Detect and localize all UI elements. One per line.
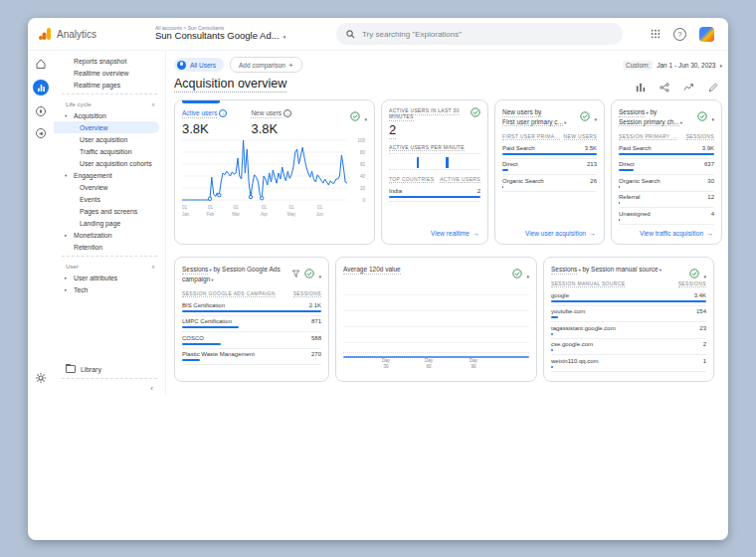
dimension-label: India [389, 188, 402, 194]
property-selector[interactable]: All accounts > Sun Consultants Sun Consu… [155, 26, 336, 43]
admin-gear-icon[interactable] [35, 370, 47, 388]
chevron-down-icon[interactable] [711, 107, 714, 125]
sidebar-item-events[interactable]: Events [54, 193, 159, 205]
chevron-down-icon[interactable] [208, 266, 211, 273]
axis-tick: Day60 [425, 358, 433, 370]
help-icon[interactable] [673, 28, 686, 41]
new-users-card: New users by First user primary c... FIR… [494, 99, 605, 245]
chevron-down-icon[interactable] [526, 265, 529, 282]
search-input[interactable]: Try searching "Explorations" [336, 23, 623, 45]
dimension-label: Direct [502, 161, 518, 167]
metric-value: 26 [590, 178, 597, 184]
chevron-collapsed-icon [65, 233, 67, 238]
table-row: weixin110.qq.com1 [551, 355, 706, 372]
avatar[interactable] [699, 27, 714, 42]
table-row-line: COSCO588 [182, 335, 321, 341]
sidebar-item-monetization[interactable]: Monetization [54, 229, 159, 241]
svg-text:Feb: Feb [207, 212, 215, 217]
tick-number: 90 [470, 364, 477, 370]
chevron-down-icon[interactable] [594, 107, 597, 125]
insights-icon[interactable] [683, 83, 694, 93]
sidebar-item-acquisition[interactable]: Acquisition [54, 109, 159, 121]
table-row-line: weixin110.qq.com1 [551, 358, 706, 364]
svg-text:Jun: Jun [316, 212, 324, 217]
realtime-card: ACTIVE USERS IN LAST 30 MINUTES 2 ACTIVE… [381, 99, 488, 245]
arrow-right-icon [589, 230, 596, 237]
sidebar-item-user-attributes[interactable]: User attributes [54, 272, 159, 283]
reports-icon[interactable] [33, 80, 49, 95]
chevron-down-icon[interactable] [645, 108, 648, 115]
svg-text:80: 80 [360, 149, 366, 154]
apps-grid-icon[interactable] [651, 29, 661, 39]
value-bar [182, 326, 239, 328]
dimension-label: weixin110.qq.com [551, 358, 599, 364]
view-realtime-link[interactable]: View realtime [431, 230, 479, 237]
table-row-line: Unassigned4 [619, 211, 714, 217]
sidebar-item-user-acquisition-cohorts[interactable]: User acquisition cohorts [54, 157, 159, 169]
filter-icon[interactable] [291, 270, 300, 278]
chevron-collapsed-icon [65, 287, 67, 292]
per-minute-bar [417, 157, 420, 168]
chevron-down-icon[interactable] [679, 118, 682, 125]
chevron-down-icon[interactable] [364, 107, 367, 125]
sidebar-item-retention[interactable]: Retention [54, 241, 159, 253]
sidebar-section-life-cycle[interactable]: Life cycle [54, 97, 165, 109]
dimension-label: tagassistant.google.com [551, 325, 616, 331]
chevron-down-icon[interactable] [659, 266, 662, 273]
all-users-chip[interactable]: All Users [174, 58, 224, 72]
date-range-value: Jan 1 - Jun 30, 2023 [657, 62, 715, 69]
dimension-label: Plastic Waste Management [182, 351, 255, 357]
sidebar-item-engagement[interactable]: Engagement [54, 169, 159, 181]
analytics-logo[interactable]: Analytics [28, 27, 155, 41]
manual-source-card: Sessions by Session manual source SESSIO… [543, 257, 714, 382]
add-comparison-button[interactable]: Add comparison [230, 57, 302, 73]
view-traffic-acquisition-link[interactable]: View traffic acquisition [640, 230, 713, 237]
collapse-icon [150, 384, 153, 393]
svg-text:Mar: Mar [232, 212, 240, 217]
chevron-down-icon[interactable] [210, 276, 213, 282]
advertising-icon[interactable] [35, 127, 47, 139]
metric-value: 3.8K [251, 121, 291, 136]
sidebar-item-traffic-acquisition[interactable]: Traffic acquisition [54, 145, 159, 157]
chevron-down-icon[interactable] [703, 265, 706, 282]
chevron-down-icon[interactable] [563, 118, 566, 125]
bar-chart-icon[interactable] [636, 83, 646, 93]
info-icon [219, 109, 227, 117]
edit-icon[interactable] [708, 83, 718, 93]
sidebar-item-realtime-pages[interactable]: Realtime pages [54, 79, 159, 91]
sidebar-section-user[interactable]: User [54, 260, 165, 272]
sidebar-item-label: Overview [80, 184, 107, 191]
sidebar-item-reports-snapshot[interactable]: Reports snapshot [54, 55, 159, 67]
sidebar-item-tech[interactable]: Tech [54, 283, 159, 295]
view-user-acquisition-link[interactable]: View user acquisition [525, 230, 596, 237]
home-icon[interactable] [35, 58, 47, 70]
chevron-down-icon[interactable] [318, 265, 321, 282]
sidebar-item-landing-page[interactable]: Landing page [54, 217, 159, 229]
metric-value: 30 [707, 178, 714, 184]
metric-value: 213 [587, 161, 597, 167]
metric-new-users[interactable]: New users 3.8K [251, 109, 291, 136]
sidebar: Reports snapshotRealtime overviewRealtim… [54, 51, 166, 395]
svg-text:Jan: Jan [182, 212, 190, 217]
share-icon[interactable] [660, 83, 669, 93]
collapse-sidebar-button[interactable] [54, 382, 165, 395]
sidebar-item-pages-and-screens[interactable]: Pages and screens [54, 205, 159, 217]
sidebar-item-library[interactable]: Library [54, 363, 159, 375]
analytics-window: Analytics All accounts > Sun Consultants… [28, 18, 728, 540]
metric-active-users[interactable]: Active users 3.8K [182, 109, 227, 136]
per-minute-bar [446, 157, 449, 168]
product-name: Analytics [57, 29, 96, 40]
chevron-expanded-icon [65, 173, 67, 178]
sidebar-item-user-acquisition[interactable]: User acquisition [54, 133, 159, 145]
sidebar-item-realtime-overview[interactable]: Realtime overview [54, 67, 159, 79]
sidebar-item-overview[interactable]: Overview [54, 121, 159, 133]
chevron-down-icon[interactable] [577, 266, 580, 273]
dimension-label: Direct [619, 161, 635, 167]
sidebar-item-overview[interactable]: Overview [54, 181, 159, 193]
date-range-picker[interactable]: Custom: Jan 1 - Jun 30, 2023 [623, 61, 722, 70]
explore-icon[interactable] [35, 105, 47, 117]
table-row: Plastic Waste Management270 [182, 349, 321, 366]
active-tab-indicator [182, 100, 220, 103]
table-row: cse.google.com2 [551, 339, 706, 356]
tick-label: Day [425, 358, 433, 364]
